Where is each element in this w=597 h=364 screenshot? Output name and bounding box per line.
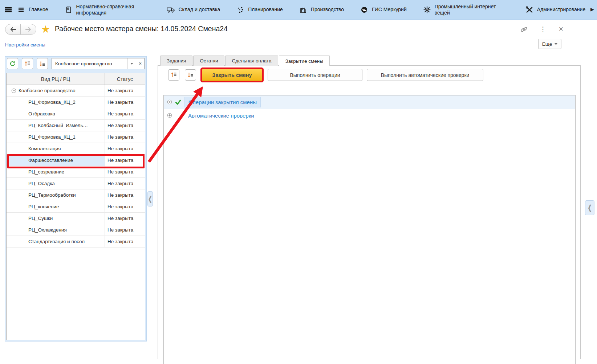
expand-all-button[interactable] (185, 69, 196, 81)
status-value: Не закрыта (107, 88, 133, 93)
table-row[interactable]: ФаршесоставлениеНе закрыта (7, 155, 145, 166)
kebab-menu-icon[interactable]: ⋮ (540, 26, 547, 33)
tab-1[interactable]: Задания (160, 56, 192, 66)
refresh-button[interactable] (7, 58, 18, 69)
work-center-name: РЦ_Сушки (28, 216, 53, 221)
row-name-cell[interactable]: Стандартизация и посол (7, 236, 105, 247)
status-value: Не закрыта (107, 111, 133, 116)
tree-item-label[interactable]: Операции закрытия смены (184, 97, 261, 107)
row-status-cell[interactable]: Не закрыта (105, 166, 145, 177)
work-center-name: Комплектация (28, 146, 61, 151)
row-name-cell[interactable]: РЦ_Охлаждения (7, 224, 105, 236)
table-row[interactable]: ОтбраковкаНе закрыта (7, 108, 145, 120)
row-name-cell[interactable]: РЦ_Осадка (7, 178, 105, 189)
table-row[interactable]: РЦ_созреваниеНе закрыта (7, 166, 145, 178)
row-status-cell[interactable]: Не закрыта (105, 224, 145, 236)
menu-item-production[interactable]: Производство (299, 5, 344, 14)
menu-overflow-arrow-icon[interactable]: ▶ (590, 7, 594, 12)
table-row[interactable]: РЦ_Колбасный_Измель…Не закрыта (7, 120, 145, 131)
table-row[interactable]: РЦ_ОсадкаНе закрыта (7, 178, 145, 189)
row-name-cell[interactable]: РЦ_Формовка_КЦ_2 (7, 97, 105, 108)
expand-all-icon (39, 61, 45, 67)
close-window-icon[interactable]: ✕ (559, 25, 564, 33)
row-name-cell[interactable]: Фаршесоставление (7, 155, 105, 166)
forward-button[interactable] (21, 24, 36, 35)
row-status-cell[interactable]: Не закрыта (105, 143, 145, 154)
row-status-cell[interactable]: Не закрыта (105, 178, 145, 189)
row-name-cell[interactable]: РЦ_Колбасный_Измель… (7, 120, 105, 131)
status-value: Не закрыта (107, 216, 133, 221)
row-name-cell[interactable]: РЦ_созревание (7, 166, 105, 177)
back-button[interactable] (5, 24, 21, 35)
table-row[interactable]: Колбасное производствоНе закрыта (7, 85, 145, 97)
row-status-cell[interactable]: Не закрыта (105, 120, 145, 131)
row-status-cell[interactable]: Не закрыта (105, 236, 145, 247)
top-menu-bar: ГлавноеНормативно-справочная информацияС… (0, 0, 597, 20)
table-row[interactable]: КомплектацияНе закрыта (7, 143, 145, 155)
table-row[interactable]: Стандартизация и посолНе закрыта (7, 236, 145, 248)
close-shift-button[interactable]: Закрыть смену (202, 69, 262, 81)
column-header-status[interactable]: Статус (105, 73, 145, 85)
hamburger-menu-button[interactable] (0, 5, 17, 14)
expand-node-icon[interactable] (167, 99, 172, 105)
window-controls: ⋮ ✕ (520, 25, 564, 33)
shift-settings-link[interactable]: Настройки смены (5, 42, 45, 48)
status-value: Не закрыта (107, 134, 133, 140)
collapse-all-button[interactable] (168, 69, 179, 81)
row-status-cell[interactable]: Не закрыта (105, 97, 145, 108)
tree-row[interactable]: Операции закрытия смены (164, 95, 575, 109)
menu-item-iot[interactable]: Промышленный интернет вещей (423, 4, 509, 16)
expand-all-button[interactable] (37, 58, 48, 69)
tree-row[interactable]: Автоматические проверки (164, 109, 575, 122)
row-name-cell[interactable]: Колбасное производство (7, 85, 105, 96)
row-name-cell[interactable]: Комплектация (7, 143, 105, 154)
work-center-filter-combobox[interactable]: Колбасное производство ✕ (52, 58, 145, 69)
get-link-icon[interactable] (520, 26, 528, 33)
row-name-cell[interactable]: РЦ_копчение (7, 201, 105, 212)
menu-item-label: Планирование (248, 7, 283, 13)
row-status-cell[interactable]: Не закрыта (105, 189, 145, 201)
right-panel-splitter[interactable]: ❮ (585, 200, 594, 215)
expand-node-icon[interactable] (167, 113, 172, 118)
tab-2[interactable]: Остатки (193, 56, 224, 66)
table-row[interactable]: РЦ_копчениеНе закрыта (7, 201, 145, 213)
table-row[interactable]: РЦ_ТермообработкиНе закрыта (7, 189, 145, 201)
row-status-cell[interactable]: Не закрыта (105, 85, 145, 96)
row-status-cell[interactable]: Не закрыта (105, 213, 145, 224)
table-row[interactable]: РЦ_Формовка_КЦ_2Не закрыта (7, 97, 145, 108)
tab-4[interactable]: Закрытие смены (279, 56, 330, 66)
menu-item-label: ГИС Меркурий (372, 7, 407, 13)
tree-item-label[interactable]: Автоматические проверки (184, 110, 258, 121)
more-button[interactable]: Еще (538, 39, 561, 49)
combobox-clear-button[interactable]: ✕ (136, 58, 144, 69)
column-header-name[interactable]: Вид РЦ / РЦ (7, 73, 105, 85)
left-panel-splitter[interactable]: ❮ (147, 191, 153, 206)
menu-item-warehouse[interactable]: Склад и доставка (167, 5, 220, 14)
row-name-cell[interactable]: РЦ_Формовка_КЦ_1 (7, 131, 105, 143)
work-center-name: Колбасное производство (19, 88, 75, 93)
menu-item-planning[interactable]: Планирование (236, 5, 283, 14)
menu-item-nsi[interactable]: Нормативно-справочная информация (64, 4, 151, 16)
row-status-cell[interactable]: Не закрыта (105, 131, 145, 143)
collapse-all-button[interactable] (22, 58, 33, 69)
table-row[interactable]: РЦ_СушкиНе закрыта (7, 213, 145, 224)
run-operations-button[interactable]: Выполнить операции (268, 69, 362, 81)
combobox-dropdown-button[interactable] (127, 58, 136, 69)
menu-item-main[interactable]: Главное (17, 5, 48, 14)
row-name-cell[interactable]: РЦ_Сушки (7, 213, 105, 224)
row-status-cell[interactable]: Не закрыта (105, 201, 145, 212)
favorite-star-icon[interactable]: ★ (41, 23, 50, 35)
table-row[interactable]: РЦ_Формовка_КЦ_1Не закрыта (7, 131, 145, 143)
table-row[interactable]: РЦ_ОхлажденияНе закрыта (7, 224, 145, 236)
menu-item-administration[interactable]: Администрирование (525, 5, 586, 14)
collapse-node-icon[interactable] (11, 88, 16, 93)
tab-3[interactable]: Сдельная оплата (225, 56, 278, 66)
row-name-cell[interactable]: Отбраковка (7, 108, 105, 119)
menu-item-mercury[interactable]: ГИС Меркурий (360, 5, 407, 14)
row-name-cell[interactable]: РЦ_Термообработки (7, 189, 105, 201)
status-value: Не закрыта (107, 123, 133, 128)
row-status-cell[interactable]: Не закрыта (105, 108, 145, 119)
run-auto-checks-button[interactable]: Выполнить автоматические проверки (367, 69, 483, 81)
row-status-cell[interactable]: Не закрыта (105, 155, 145, 166)
tab-content-shift-closing: Закрыть смену Выполнить операции Выполни… (158, 65, 581, 359)
